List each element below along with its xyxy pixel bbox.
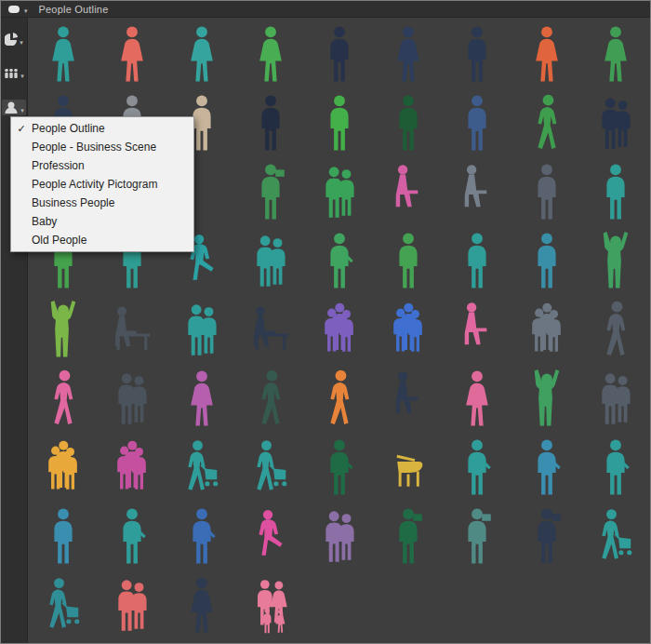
symbol-photographer[interactable] <box>512 502 581 570</box>
symbol-woman-with-bag[interactable] <box>166 364 235 433</box>
empty-cell <box>305 570 374 639</box>
menu-item-label: People Activity Pictogram <box>32 178 157 191</box>
menu-item-business-people[interactable]: Business People <box>11 194 193 212</box>
symbol-standing-woman[interactable] <box>443 364 512 433</box>
menu-item-people-activity-pictogram[interactable]: People Activity Pictogram <box>11 175 193 194</box>
symbol-walking-businessman[interactable] <box>236 364 305 433</box>
menu-item-old-people[interactable]: Old People <box>11 231 193 249</box>
titlebar: ▾ People Outline <box>1 1 650 18</box>
symbol-sitting-woman[interactable] <box>374 157 443 226</box>
people-category-button[interactable]: ▾ <box>2 100 26 115</box>
symbol-seated-cellist[interactable] <box>374 364 443 433</box>
symbol-cheering-person[interactable] <box>581 226 650 295</box>
symbol-standing-woman[interactable] <box>512 20 581 88</box>
symbol-grid <box>29 18 650 639</box>
menu-item-people-business-scene[interactable]: People - Business Scene <box>11 138 193 156</box>
symbol-grand-piano[interactable] <box>374 433 443 502</box>
symbol-crowd-group[interactable] <box>374 295 443 364</box>
symbol-standing-man[interactable] <box>236 88 305 157</box>
symbol-standing-person[interactable] <box>581 157 650 226</box>
menu-item-label: Old People <box>32 234 86 247</box>
shape-library-button[interactable]: ▾ <box>6 3 30 16</box>
symbol-parent-and-child[interactable] <box>236 226 305 295</box>
symbol-person-with-camera[interactable] <box>236 157 305 226</box>
symbol-library-window: ▾ People Outline ▾ ▾ ▾ <box>0 0 651 644</box>
symbol-standing-woman[interactable] <box>236 20 305 88</box>
symbol-ballet-dancer[interactable] <box>236 502 305 570</box>
symbol-standing-woman[interactable] <box>581 20 650 88</box>
symbol-standing-person[interactable] <box>29 502 98 570</box>
symbol-jumping-person[interactable] <box>29 295 98 364</box>
symbol-standing-man[interactable] <box>374 88 443 157</box>
symbol-running-man[interactable] <box>512 88 581 157</box>
symbol-singer-with-mic[interactable] <box>98 502 166 570</box>
symbol-standing-person[interactable] <box>512 226 581 295</box>
menu-item-baby[interactable]: Baby <box>11 212 193 231</box>
symbol-couple[interactable] <box>98 570 166 639</box>
symbol-standing-person[interactable] <box>374 226 443 295</box>
library-toolbar: ▾ ▾ ▾ <box>1 18 28 643</box>
symbol-trumpeter[interactable] <box>581 433 650 502</box>
empty-cell <box>443 570 512 639</box>
chevron-down-icon: ▾ <box>24 7 28 14</box>
symbol-meeting-table[interactable] <box>98 295 166 364</box>
symbol-family[interactable] <box>236 570 305 639</box>
symbol-talking-pair[interactable] <box>581 88 650 157</box>
chevron-down-icon: ▾ <box>20 107 24 114</box>
symbol-couple-with-chair[interactable] <box>98 364 166 433</box>
symbol-walking-woman[interactable] <box>29 364 98 433</box>
chart-library-button[interactable]: ▾ <box>3 31 25 47</box>
symbol-standing-woman[interactable] <box>166 20 235 88</box>
menu-item-label: Baby <box>32 215 57 228</box>
symbol-jumping-person[interactable] <box>512 364 581 433</box>
symbol-drummer[interactable] <box>305 433 374 502</box>
symbol-standing-man[interactable] <box>305 88 374 157</box>
symbol-standing-pair[interactable] <box>305 157 374 226</box>
symbol-standing-person[interactable] <box>512 157 581 226</box>
menu-item-label: Profession <box>32 159 85 172</box>
menu-item-label: People - Business Scene <box>32 141 156 154</box>
chevron-down-icon: ▾ <box>20 73 24 79</box>
symbol-standing-man[interactable] <box>305 20 374 88</box>
menu-item-label: Business People <box>32 196 114 209</box>
symbol-handshake-pair[interactable] <box>166 295 235 364</box>
symbol-couple[interactable] <box>581 364 650 433</box>
symbol-desk-worker[interactable] <box>236 295 305 364</box>
symbol-standing-woman[interactable] <box>29 20 98 88</box>
symbol-shopping-woman[interactable] <box>305 364 374 433</box>
symbol-standing-woman[interactable] <box>374 20 443 88</box>
chevron-down-icon: ▾ <box>20 39 23 46</box>
symbol-flag-bearer[interactable] <box>305 226 374 295</box>
menu-item-profession[interactable]: Profession <box>11 156 193 175</box>
symbol-sitting-person[interactable] <box>443 157 512 226</box>
empty-cell <box>512 570 581 639</box>
symbol-standing-woman[interactable] <box>166 570 235 639</box>
symbol-jumping-group[interactable] <box>305 295 374 364</box>
symbol-dancing-group[interactable] <box>98 433 166 502</box>
check-icon: ✓ <box>11 123 32 135</box>
symbol-violinist[interactable] <box>443 433 512 502</box>
menu-item-label: People Outline <box>32 122 105 135</box>
symbol-standing-man[interactable] <box>443 88 512 157</box>
symbol-standing-person[interactable] <box>443 226 512 295</box>
symbol-walking-person[interactable] <box>581 295 650 364</box>
people-pictogram-library-button[interactable]: ▾ <box>2 66 26 81</box>
menu-item-people-outline[interactable]: ✓ People Outline <box>11 119 193 138</box>
symbol-shopper-with-cart[interactable] <box>166 433 235 502</box>
symbol-violinist[interactable] <box>166 502 235 570</box>
symbol-group-of-three[interactable] <box>29 433 98 502</box>
symbol-standing-man[interactable] <box>443 20 512 88</box>
symbol-person-with-bin[interactable] <box>29 570 98 639</box>
pie-chart-icon <box>5 33 18 46</box>
symbol-canvas <box>29 18 650 643</box>
symbol-kneeling-photographer[interactable] <box>374 502 443 570</box>
symbol-flutist[interactable] <box>512 433 581 502</box>
symbol-photographer[interactable] <box>443 502 512 570</box>
symbol-pair-with-camera[interactable] <box>305 502 374 570</box>
symbol-traveler-with-luggage[interactable] <box>581 502 650 570</box>
people-row-icon <box>4 68 19 79</box>
symbol-group-of-people[interactable] <box>512 295 581 364</box>
symbol-standing-woman[interactable] <box>98 20 166 88</box>
symbol-person-with-stroller[interactable] <box>236 433 305 502</box>
symbol-sitting-reader[interactable] <box>443 295 512 364</box>
